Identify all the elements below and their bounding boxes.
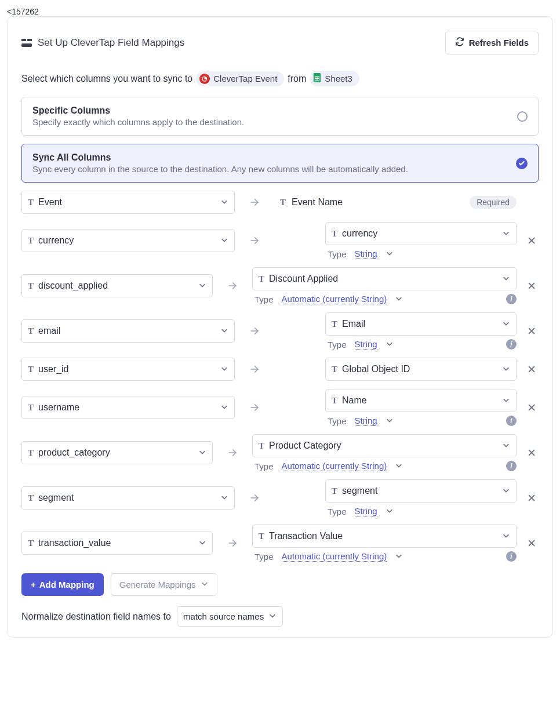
chevron-down-icon — [198, 281, 206, 291]
clevertap-icon: ◔ — [199, 74, 210, 84]
text-type-icon: T — [332, 365, 337, 374]
source-field-select[interactable]: Tcurrency — [21, 229, 235, 252]
info-icon[interactable]: i — [506, 461, 517, 471]
chevron-down-icon — [386, 416, 394, 426]
text-type-icon: T — [332, 486, 337, 496]
chevron-down-icon — [502, 274, 510, 284]
destination-field-select[interactable]: TProduct Category — [252, 434, 517, 457]
source-column: Tsegment — [21, 486, 235, 509]
mapping-row: TemailTEmailTypeStringi — [21, 312, 539, 350]
source-column: Ttransaction_value — [21, 532, 213, 555]
chevron-down-icon — [502, 441, 510, 451]
info-icon[interactable]: i — [506, 416, 517, 426]
remove-mapping-button[interactable] — [525, 282, 539, 290]
source-field-select[interactable]: Tdiscount_applied — [21, 274, 213, 297]
source-field-select[interactable]: Tuser_id — [21, 358, 235, 381]
remove-mapping-button[interactable] — [525, 494, 539, 502]
destination-field-label: Event Name — [292, 197, 464, 208]
remove-mapping-button[interactable] — [525, 365, 539, 373]
destination-field-select[interactable]: TGlobal Object ID — [325, 358, 517, 381]
remove-mapping-button[interactable] — [525, 327, 539, 335]
destination-column: TEmailTypeStringi — [274, 312, 517, 350]
type-select[interactable]: String — [355, 339, 377, 350]
normalize-select[interactable]: match source names — [177, 606, 283, 627]
source-pill: Sheet3 — [310, 71, 359, 86]
svg-rect-2 — [21, 43, 32, 47]
info-icon[interactable]: i — [506, 339, 517, 350]
arrow-right-icon — [221, 537, 244, 549]
chevron-down-icon — [201, 580, 209, 589]
destination-field-select[interactable]: TDiscount Applied — [252, 267, 517, 290]
destination-field-label: Email — [342, 319, 497, 329]
refresh-fields-button[interactable]: Refresh Fields — [445, 31, 539, 54]
source-field-select[interactable]: Tsegment — [21, 486, 235, 509]
source-field-select[interactable]: Tproduct_category — [21, 441, 213, 464]
panel-header: Set Up CleverTap Field Mappings Refresh … — [21, 31, 539, 54]
type-select[interactable]: Automatic (currently String) — [282, 551, 387, 562]
arrow-right-icon — [243, 363, 266, 375]
option-specific-sub: Specify exactly which columns apply to t… — [32, 117, 244, 127]
type-select[interactable]: Automatic (currently String) — [282, 294, 387, 304]
source-field-select[interactable]: Ttransaction_value — [21, 532, 213, 555]
arrow-right-icon — [243, 492, 266, 504]
source-column: Temail — [21, 319, 235, 343]
info-icon[interactable]: i — [506, 551, 517, 562]
destination-field-select[interactable]: TName — [325, 389, 517, 412]
normalize-label: Normalize destination field names to — [21, 611, 171, 622]
description-prefix: Select which columns you want to sync to — [21, 74, 192, 84]
radio-checked-icon — [516, 158, 528, 169]
destination-field-select[interactable]: Tcurrency — [325, 222, 517, 245]
destination-column: TProduct CategoryTypeAutomatic (currentl… — [252, 434, 517, 471]
remove-mapping-button[interactable] — [525, 539, 539, 547]
source-column: Tdiscount_applied — [21, 274, 213, 297]
plus-icon: + — [31, 580, 36, 589]
generate-label: Generate Mappings — [119, 580, 196, 589]
normalize-row: Normalize destination field names to mat… — [21, 606, 539, 627]
type-select[interactable]: String — [355, 506, 377, 516]
arrow-right-icon — [243, 402, 266, 413]
type-select[interactable]: Automatic (currently String) — [282, 461, 387, 471]
chevron-down-icon — [220, 198, 228, 208]
add-mapping-label: Add Mapping — [39, 580, 94, 589]
remove-mapping-button[interactable] — [525, 403, 539, 412]
destination-field-label: segment — [342, 486, 497, 496]
chevron-down-icon — [502, 365, 510, 374]
type-select[interactable]: String — [355, 416, 377, 426]
generate-mappings-button[interactable]: Generate Mappings — [111, 573, 217, 596]
destination-field-select[interactable]: TEmail — [325, 312, 517, 336]
chevron-down-icon — [220, 493, 228, 503]
destination-field-select[interactable]: TTransaction Value — [252, 525, 517, 548]
chevron-down-icon — [220, 326, 228, 336]
option-text: Specific Columns Specify exactly which c… — [32, 105, 244, 127]
source-field-label: transaction_value — [38, 538, 194, 548]
remove-mapping-button[interactable] — [525, 449, 539, 457]
destination-field-label: Discount Applied — [269, 274, 497, 284]
source-column: Tproduct_category — [21, 441, 213, 464]
info-icon[interactable]: i — [506, 294, 517, 304]
chevron-down-icon — [502, 319, 510, 329]
source-field-label: username — [38, 402, 216, 413]
destination-column: TcurrencyTypeString — [274, 222, 517, 259]
chevron-down-icon — [502, 486, 510, 496]
source-field-select[interactable]: TEvent — [21, 191, 235, 214]
type-label: Type — [254, 552, 274, 562]
destination-field-label: Transaction Value — [269, 531, 497, 541]
source-field-select[interactable]: Temail — [21, 319, 235, 343]
chevron-down-icon — [386, 340, 394, 350]
add-mapping-button[interactable]: + Add Mapping — [21, 573, 104, 596]
chevron-down-icon — [220, 236, 228, 246]
option-sync-all-columns[interactable]: Sync All Columns Sync every column in th… — [21, 144, 539, 183]
mapping-row: Tproduct_categoryTProduct CategoryTypeAu… — [21, 434, 539, 471]
remove-mapping-button[interactable] — [525, 236, 539, 245]
text-type-icon: T — [28, 198, 34, 208]
option-specific-columns[interactable]: Specific Columns Specify exactly which c… — [21, 97, 539, 136]
destination-column: TNameTypeStringi — [274, 389, 517, 426]
arrow-right-icon — [243, 196, 266, 208]
destination-field-select[interactable]: Tsegment — [325, 479, 517, 503]
type-row: TypeStringi — [325, 416, 517, 426]
chevron-down-icon — [386, 507, 394, 516]
type-select[interactable]: String — [355, 249, 377, 259]
source-field-select[interactable]: Tusername — [21, 396, 235, 419]
panel-title: Set Up CleverTap Field Mappings — [38, 37, 184, 49]
text-type-icon: T — [28, 448, 34, 458]
